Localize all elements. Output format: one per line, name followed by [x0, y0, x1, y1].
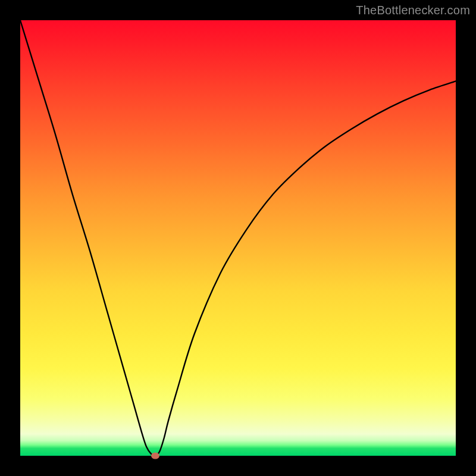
optimum-marker [151, 453, 159, 459]
bottleneck-curve [20, 20, 456, 456]
chart-frame: TheBottlenecker.com [0, 0, 476, 476]
watermark-text: TheBottlenecker.com [356, 4, 470, 17]
chart-svg [20, 20, 456, 456]
plot-area [20, 20, 456, 456]
